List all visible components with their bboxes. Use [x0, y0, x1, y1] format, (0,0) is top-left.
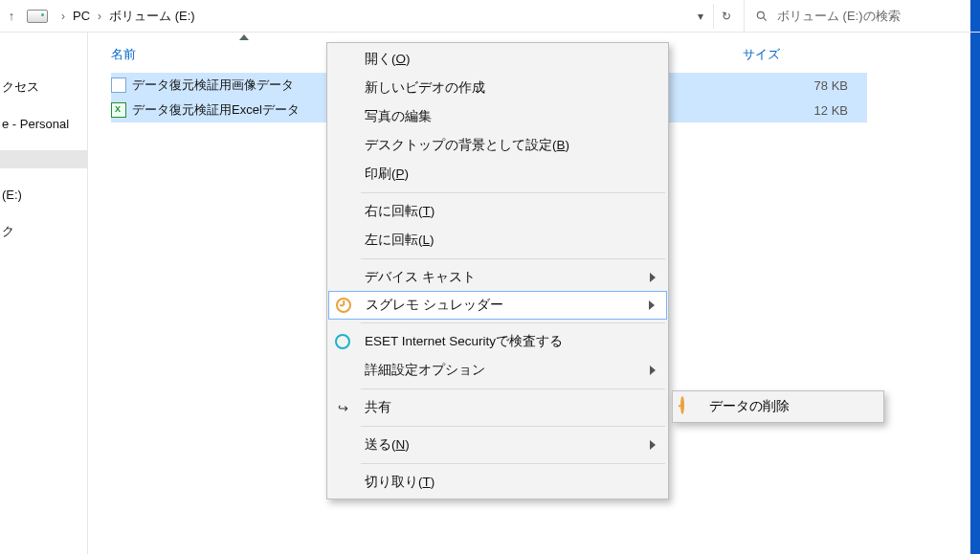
- drive-icon: [27, 10, 48, 23]
- sidebar-item-quick-access[interactable]: クセス: [0, 77, 87, 98]
- chevron-right-icon: [650, 366, 656, 375]
- context-menu: 開く(O) 新しいビデオの作成 写真の編集 デスクトップの背景として設定(B) …: [326, 42, 669, 499]
- menu-item-set-wallpaper[interactable]: デスクトップの背景として設定(B): [328, 131, 667, 160]
- menu-item-cast[interactable]: デバイス キャスト: [328, 263, 667, 292]
- svg-point-0: [757, 11, 764, 18]
- submenu-item-delete-data[interactable]: データの削除: [709, 398, 790, 415]
- search-placeholder: ボリューム (E:)の検索: [777, 8, 901, 25]
- menu-item-suguremo-shredder[interactable]: スグレモ シュレッダー: [328, 291, 667, 320]
- breadcrumb[interactable]: › PC › ボリューム (E:): [54, 0, 195, 32]
- chevron-right-icon: ›: [90, 10, 109, 23]
- search-input[interactable]: ボリューム (E:)の検索: [745, 0, 970, 32]
- menu-item-share[interactable]: ↪ 共有: [328, 393, 667, 422]
- menu-separator: [361, 463, 665, 464]
- menu-separator: [361, 192, 665, 193]
- menu-item-send-to[interactable]: 送る(N): [328, 431, 667, 459]
- sidebar: クセス e - Personal (E:) ク: [0, 33, 88, 554]
- chevron-right-icon: [650, 273, 656, 282]
- menu-item-cut[interactable]: 切り取り(T): [328, 468, 667, 497]
- share-icon: ↪: [334, 399, 351, 416]
- clock-icon: [680, 398, 698, 415]
- sidebar-item-volume-e[interactable]: (E:): [0, 186, 87, 204]
- sidebar-item-network[interactable]: ク: [0, 221, 87, 242]
- file-size: 12 KB: [743, 103, 848, 118]
- menu-item-rotate-right[interactable]: 右に回転(T): [328, 197, 667, 226]
- excel-file-icon: [111, 102, 126, 118]
- menu-separator: [361, 322, 665, 323]
- menu-separator: [361, 258, 665, 259]
- file-name: データ復元検証用Excelデータ: [132, 101, 300, 119]
- menu-item-rotate-left[interactable]: 左に回転(L): [328, 226, 667, 255]
- svg-line-1: [763, 17, 766, 20]
- eset-icon: [334, 333, 351, 350]
- menu-item-print[interactable]: 印刷(P): [328, 160, 667, 188]
- dropdown-button[interactable]: ▾: [688, 4, 713, 29]
- file-name: データ復元検証用画像データ: [132, 77, 294, 94]
- search-icon: [754, 9, 769, 24]
- image-file-icon: [111, 78, 126, 93]
- window-edge: [970, 0, 980, 32]
- column-header-size[interactable]: サイズ: [743, 33, 858, 63]
- chevron-right-icon: ›: [54, 10, 73, 23]
- file-size: 78 KB: [743, 78, 848, 93]
- sort-ascending-icon: [239, 34, 249, 40]
- window-edge: [970, 33, 980, 554]
- chevron-right-icon: [649, 300, 655, 310]
- menu-item-new-video[interactable]: 新しいビデオの作成: [328, 74, 667, 102]
- menu-item-open[interactable]: 開く(O): [328, 45, 667, 74]
- chevron-right-icon: [650, 440, 656, 450]
- breadcrumb-volume[interactable]: ボリューム (E:): [109, 8, 195, 25]
- menu-item-advanced-options[interactable]: 詳細設定オプション: [328, 356, 667, 385]
- nav-up-button[interactable]: ↑: [0, 5, 23, 28]
- sidebar-item-onedrive[interactable]: e - Personal: [0, 115, 87, 133]
- menu-separator: [361, 426, 665, 427]
- menu-item-eset-scan[interactable]: ESET Internet Securityで検査する: [328, 327, 667, 356]
- refresh-button[interactable]: ↻: [713, 4, 738, 29]
- menu-separator: [361, 388, 665, 389]
- breadcrumb-pc[interactable]: PC: [73, 9, 90, 23]
- sidebar-item-blank-selected[interactable]: [0, 150, 87, 168]
- menu-item-edit-photo[interactable]: 写真の編集: [328, 102, 667, 131]
- clock-icon: [335, 297, 352, 314]
- submenu: データの削除: [672, 390, 884, 423]
